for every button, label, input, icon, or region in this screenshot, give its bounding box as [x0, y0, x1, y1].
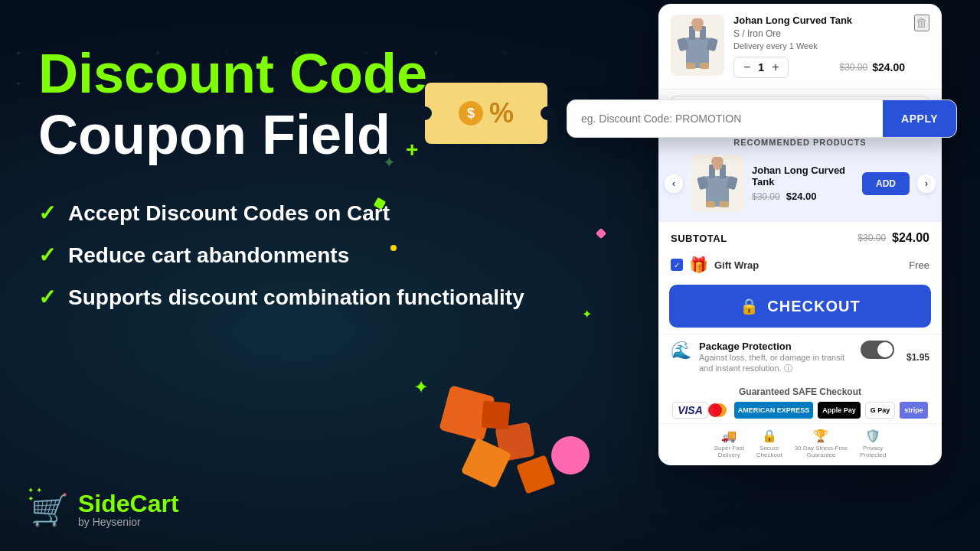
checkout-label: CHECKOUT: [767, 298, 860, 315]
feature-item-3: ✓ Supports discount combination function…: [38, 285, 574, 310]
badge-privacy: 🛡️ PrivacyProtected: [860, 429, 886, 459]
subtotal-row: SUBTOTAL $30.00 $24.00: [658, 221, 942, 251]
package-protection-toggle[interactable]: [861, 341, 894, 359]
branding: ✦ ✦✦ 🛒 SideCart by Heysenior: [31, 491, 179, 528]
subtotal-prices: $30.00 $24.00: [858, 231, 929, 245]
rec-price-old: $30.00: [752, 191, 780, 202]
visa-logo: VISA: [672, 402, 708, 419]
discount-card: APPLY: [567, 99, 957, 138]
ticket-body: $ %: [425, 83, 547, 144]
giftwrap-label: Gift Wrap: [714, 259, 903, 271]
fast-delivery-text: Super FastDelivery: [714, 445, 744, 459]
product-image: [671, 15, 724, 76]
fast-delivery-icon: 🚚: [721, 429, 737, 443]
coupon-ticket-icon: $ %: [425, 83, 547, 152]
feature-text-1: Accept Discount Codes on Cart: [68, 201, 390, 226]
rec-product-row: ‹ Johan Long Curved Tank $30.00: [658, 155, 942, 212]
recommended-title: RECOMMENDED PRODUCTS: [658, 138, 942, 147]
svg-rect-17: [720, 201, 729, 207]
prev-product-arrow[interactable]: ‹: [665, 174, 683, 193]
feature-text-2: Reduce cart abandonments: [68, 243, 349, 268]
delete-button[interactable]: 🗑: [914, 15, 929, 31]
footer-badges: 🚚 Super FastDelivery 🔒 SecureCheckout 🏆 …: [658, 423, 942, 465]
product-delivery: Delivery every 1 Week: [733, 41, 905, 51]
price-new: $24.00: [872, 61, 905, 73]
subtotal-old-price: $30.00: [858, 233, 886, 243]
payment-logos: VISA AMERICAN EXPRESS Apple Pay G Pay st…: [671, 402, 929, 419]
rec-product-image: [691, 155, 744, 212]
qty-value: 1: [758, 61, 764, 73]
feature-text-3: Supports discount combination functional…: [68, 285, 524, 310]
giftwrap-checkbox[interactable]: ✓: [671, 259, 683, 271]
cart-widget: Johan Long Curved Tank S / Iron Ore Deli…: [658, 4, 942, 465]
info-icon[interactable]: ⓘ: [784, 364, 792, 373]
recommended-section: RECOMMENDED PRODUCTS ‹ Johan Long Curved…: [658, 130, 942, 221]
svg-rect-16: [706, 201, 715, 207]
apply-button[interactable]: APPLY: [883, 100, 956, 137]
rec-price-new: $24.00: [786, 191, 817, 202]
brand-sub: by Heysenior: [78, 516, 179, 528]
secure-checkout-text: SecureCheckout: [756, 445, 782, 459]
secure-checkout-icon: 🔒: [762, 429, 777, 443]
svg-rect-7: [686, 63, 695, 69]
features-list: ✓ Accept Discount Codes on Cart ✓ Reduce…: [38, 201, 574, 310]
package-protection-title: Package Protection: [699, 341, 853, 352]
safe-checkout: Guaranteed SAFE Checkout VISA AMERICAN E…: [658, 380, 942, 423]
product-variant: S / Iron Ore: [733, 28, 905, 39]
rec-product-info: Johan Long Curved Tank $30.00 $24.00: [752, 165, 854, 202]
gift-icon: 🎁: [689, 256, 708, 274]
shield-wave-icon: 🌊: [671, 341, 691, 360]
cart-logo: ✦ ✦✦ 🛒: [31, 492, 69, 528]
package-protection-price: $1.95: [906, 352, 929, 363]
badge-fast-delivery: 🚚 Super FastDelivery: [714, 429, 744, 459]
privacy-text: PrivacyProtected: [860, 445, 886, 459]
feature-item-1: ✓ Accept Discount Codes on Cart: [38, 201, 574, 226]
check-icon-3: ✓: [38, 285, 56, 310]
subtotal-label: SUBTOTAL: [671, 233, 727, 244]
badge-guarantee: 🏆 30 Day Stress-FreeGuarantee: [795, 429, 848, 459]
quantity-control: − 1 +: [733, 57, 789, 78]
ticket-dollar-icon: $: [459, 101, 483, 126]
guarantee-icon: 🏆: [813, 429, 828, 443]
ticket-percent-icon: %: [489, 97, 514, 129]
stars-decoration: ✦ ✦✦: [28, 486, 42, 503]
qty-increase-button[interactable]: +: [770, 60, 780, 74]
svg-rect-8: [700, 63, 709, 69]
qty-decrease-button[interactable]: −: [742, 60, 752, 74]
apple-pay-logo: Apple Pay: [818, 402, 861, 419]
check-icon-2: ✓: [38, 243, 56, 268]
next-product-arrow[interactable]: ›: [917, 174, 936, 193]
product-qty-row: − 1 + $30.00 $24.00: [733, 57, 905, 78]
rec-prices: $30.00 $24.00: [752, 191, 854, 202]
product-name: Johan Long Curved Tank: [733, 15, 905, 26]
mastercard-logo: [713, 403, 727, 417]
checkout-lock-icon: 🔒: [740, 297, 760, 315]
package-info: Package Protection Against loss, theft, …: [699, 341, 853, 374]
badge-secure-checkout: 🔒 SecureCheckout: [756, 429, 782, 459]
rec-product-name: Johan Long Curved Tank: [752, 165, 854, 187]
package-protection-row: 🌊 Package Protection Against loss, theft…: [658, 334, 942, 380]
guarantee-text: 30 Day Stress-FreeGuarantee: [795, 445, 848, 459]
cart-item: Johan Long Curved Tank S / Iron Ore Deli…: [658, 4, 942, 90]
checkout-button[interactable]: 🔒 CHECKOUT: [669, 285, 931, 328]
brand-name: SideCart: [78, 491, 179, 516]
amex-logo: AMERICAN EXPRESS: [734, 402, 814, 419]
feature-item-2: ✓ Reduce cart abandonments: [38, 243, 574, 268]
add-recommended-button[interactable]: ADD: [862, 172, 910, 195]
check-icon-1: ✓: [38, 201, 56, 226]
product-info: Johan Long Curved Tank S / Iron Ore Deli…: [733, 15, 905, 78]
stripe-logo: stripe: [900, 402, 928, 419]
privacy-icon: 🛡️: [865, 429, 880, 443]
brand-text: SideCart by Heysenior: [78, 491, 179, 528]
subtotal-new-price: $24.00: [892, 231, 929, 245]
google-pay-logo: G Pay: [865, 402, 896, 419]
giftwrap-price: Free: [909, 259, 929, 271]
package-protection-desc: Against loss, theft, or damage in transi…: [699, 352, 853, 374]
safe-checkout-label: Guaranteed SAFE Checkout: [671, 386, 929, 397]
price-old: $30.00: [839, 62, 867, 73]
discount-code-input[interactable]: [567, 100, 883, 137]
price-row: $30.00 $24.00: [839, 61, 905, 73]
giftwrap-row: ✓ 🎁 Gift Wrap Free: [658, 251, 942, 279]
